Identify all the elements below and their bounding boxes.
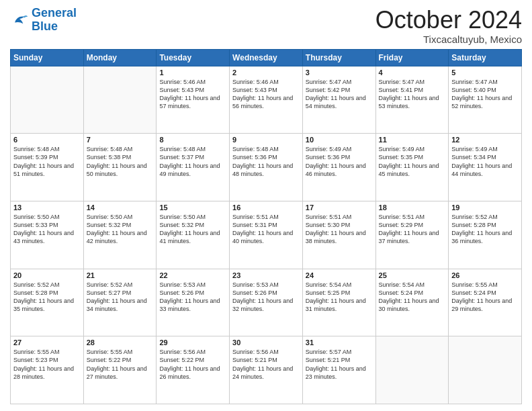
calendar-cell: 26Sunrise: 5:55 AMSunset: 5:24 PMDayligh… <box>449 269 522 336</box>
calendar-week-3: 13Sunrise: 5:50 AMSunset: 5:33 PMDayligh… <box>11 201 522 269</box>
calendar-cell: 19Sunrise: 5:52 AMSunset: 5:28 PMDayligh… <box>449 201 522 269</box>
day-info: Sunrise: 5:55 AMSunset: 5:23 PMDaylight:… <box>13 348 81 381</box>
day-number: 27 <box>13 338 81 347</box>
day-info: Sunrise: 5:52 AMSunset: 5:27 PMDaylight:… <box>87 281 154 314</box>
calendar-cell <box>11 66 84 134</box>
day-number: 22 <box>159 271 226 279</box>
calendar-cell: 13Sunrise: 5:50 AMSunset: 5:33 PMDayligh… <box>11 201 84 269</box>
calendar-cell: 27Sunrise: 5:55 AMSunset: 5:23 PMDayligh… <box>11 336 84 404</box>
calendar-cell: 7Sunrise: 5:48 AMSunset: 5:38 PMDaylight… <box>83 134 157 201</box>
day-number: 3 <box>306 68 373 77</box>
day-number: 17 <box>306 203 373 212</box>
day-info: Sunrise: 5:54 AMSunset: 5:24 PMDaylight:… <box>379 281 446 314</box>
day-number: 29 <box>159 338 226 347</box>
logo: General Blue <box>10 7 77 34</box>
calendar-cell: 30Sunrise: 5:56 AMSunset: 5:21 PMDayligh… <box>230 336 303 404</box>
calendar-cell: 5Sunrise: 5:47 AMSunset: 5:40 PMDaylight… <box>449 66 522 134</box>
day-info: Sunrise: 5:56 AMSunset: 5:22 PMDaylight:… <box>159 348 226 381</box>
calendar-cell: 6Sunrise: 5:48 AMSunset: 5:39 PMDaylight… <box>11 134 84 201</box>
calendar-cell: 21Sunrise: 5:52 AMSunset: 5:27 PMDayligh… <box>83 269 157 336</box>
day-number: 5 <box>451 68 519 77</box>
calendar-cell: 4Sunrise: 5:47 AMSunset: 5:41 PMDaylight… <box>375 66 449 134</box>
calendar-cell: 24Sunrise: 5:54 AMSunset: 5:25 PMDayligh… <box>302 269 375 336</box>
calendar-cell: 23Sunrise: 5:53 AMSunset: 5:26 PMDayligh… <box>230 269 303 336</box>
day-number: 14 <box>87 203 154 212</box>
calendar-cell <box>83 66 157 134</box>
header: General Blue October 2024 Tixcacaltuyub,… <box>10 7 522 45</box>
calendar-cell: 8Sunrise: 5:48 AMSunset: 5:37 PMDaylight… <box>157 134 230 201</box>
calendar-header-sunday: Sunday <box>11 49 84 66</box>
logo-text: General Blue <box>32 7 77 34</box>
calendar-cell: 28Sunrise: 5:55 AMSunset: 5:22 PMDayligh… <box>83 336 157 404</box>
day-info: Sunrise: 5:55 AMSunset: 5:24 PMDaylight:… <box>451 281 519 314</box>
day-number: 1 <box>159 68 226 77</box>
calendar-cell: 3Sunrise: 5:47 AMSunset: 5:42 PMDaylight… <box>302 66 375 134</box>
calendar-header-wednesday: Wednesday <box>230 49 303 66</box>
calendar-week-2: 6Sunrise: 5:48 AMSunset: 5:39 PMDaylight… <box>11 134 522 201</box>
calendar-cell: 29Sunrise: 5:56 AMSunset: 5:22 PMDayligh… <box>157 336 230 404</box>
day-info: Sunrise: 5:50 AMSunset: 5:32 PMDaylight:… <box>159 213 226 246</box>
day-info: Sunrise: 5:47 AMSunset: 5:42 PMDaylight:… <box>306 78 373 111</box>
day-number: 9 <box>232 136 300 144</box>
calendar-cell: 31Sunrise: 5:57 AMSunset: 5:21 PMDayligh… <box>302 336 375 404</box>
calendar-header-monday: Monday <box>83 49 157 66</box>
calendar-cell: 18Sunrise: 5:51 AMSunset: 5:29 PMDayligh… <box>375 201 449 269</box>
calendar-header-thursday: Thursday <box>302 49 375 66</box>
day-info: Sunrise: 5:57 AMSunset: 5:21 PMDaylight:… <box>306 348 373 381</box>
calendar-cell: 2Sunrise: 5:46 AMSunset: 5:43 PMDaylight… <box>230 66 303 134</box>
day-number: 16 <box>232 203 300 212</box>
day-info: Sunrise: 5:46 AMSunset: 5:43 PMDaylight:… <box>159 78 226 111</box>
day-info: Sunrise: 5:53 AMSunset: 5:26 PMDaylight:… <box>159 281 226 314</box>
day-info: Sunrise: 5:47 AMSunset: 5:40 PMDaylight:… <box>451 78 519 111</box>
day-info: Sunrise: 5:50 AMSunset: 5:32 PMDaylight:… <box>87 213 154 246</box>
calendar-cell: 9Sunrise: 5:48 AMSunset: 5:36 PMDaylight… <box>230 134 303 201</box>
calendar-cell: 15Sunrise: 5:50 AMSunset: 5:32 PMDayligh… <box>157 201 230 269</box>
day-info: Sunrise: 5:55 AMSunset: 5:22 PMDaylight:… <box>87 348 154 381</box>
day-number: 12 <box>451 136 519 144</box>
calendar-cell: 17Sunrise: 5:51 AMSunset: 5:30 PMDayligh… <box>302 201 375 269</box>
calendar-header-saturday: Saturday <box>449 49 522 66</box>
day-info: Sunrise: 5:51 AMSunset: 5:31 PMDaylight:… <box>232 213 300 246</box>
day-number: 2 <box>232 68 300 77</box>
day-number: 21 <box>87 271 154 279</box>
day-info: Sunrise: 5:49 AMSunset: 5:35 PMDaylight:… <box>379 145 446 178</box>
day-number: 10 <box>306 136 373 144</box>
day-number: 15 <box>159 203 226 212</box>
logo-line2: Blue <box>32 19 58 33</box>
day-info: Sunrise: 5:47 AMSunset: 5:41 PMDaylight:… <box>379 78 446 111</box>
title-block: October 2024 Tixcacaltuyub, Mexico <box>375 7 522 45</box>
day-info: Sunrise: 5:52 AMSunset: 5:28 PMDaylight:… <box>451 213 519 246</box>
calendar-cell: 10Sunrise: 5:49 AMSunset: 5:36 PMDayligh… <box>302 134 375 201</box>
month-title: October 2024 <box>375 7 522 34</box>
calendar-cell: 12Sunrise: 5:49 AMSunset: 5:34 PMDayligh… <box>449 134 522 201</box>
day-number: 25 <box>379 271 446 279</box>
day-number: 6 <box>13 136 81 144</box>
day-info: Sunrise: 5:51 AMSunset: 5:30 PMDaylight:… <box>306 213 373 246</box>
day-number: 7 <box>87 136 154 144</box>
day-number: 13 <box>13 203 81 212</box>
day-info: Sunrise: 5:49 AMSunset: 5:34 PMDaylight:… <box>451 145 519 178</box>
day-info: Sunrise: 5:50 AMSunset: 5:33 PMDaylight:… <box>13 213 81 246</box>
day-info: Sunrise: 5:49 AMSunset: 5:36 PMDaylight:… <box>306 145 373 178</box>
calendar-cell: 11Sunrise: 5:49 AMSunset: 5:35 PMDayligh… <box>375 134 449 201</box>
day-info: Sunrise: 5:48 AMSunset: 5:36 PMDaylight:… <box>232 145 300 178</box>
day-number: 30 <box>232 338 300 347</box>
calendar-cell <box>375 336 449 404</box>
day-number: 26 <box>451 271 519 279</box>
day-number: 23 <box>232 271 300 279</box>
page: General Blue October 2024 Tixcacaltuyub,… <box>0 0 532 411</box>
calendar-cell: 16Sunrise: 5:51 AMSunset: 5:31 PMDayligh… <box>230 201 303 269</box>
calendar-header-tuesday: Tuesday <box>157 49 230 66</box>
day-info: Sunrise: 5:48 AMSunset: 5:38 PMDaylight:… <box>87 145 154 178</box>
day-number: 20 <box>13 271 81 279</box>
day-number: 19 <box>451 203 519 212</box>
day-info: Sunrise: 5:53 AMSunset: 5:26 PMDaylight:… <box>232 281 300 314</box>
day-number: 8 <box>159 136 226 144</box>
calendar-cell <box>449 336 522 404</box>
day-info: Sunrise: 5:56 AMSunset: 5:21 PMDaylight:… <box>232 348 300 381</box>
logo-icon <box>10 11 29 30</box>
day-number: 11 <box>379 136 446 144</box>
calendar-cell: 1Sunrise: 5:46 AMSunset: 5:43 PMDaylight… <box>157 66 230 134</box>
calendar-cell: 20Sunrise: 5:52 AMSunset: 5:28 PMDayligh… <box>11 269 84 336</box>
calendar-cell: 14Sunrise: 5:50 AMSunset: 5:32 PMDayligh… <box>83 201 157 269</box>
